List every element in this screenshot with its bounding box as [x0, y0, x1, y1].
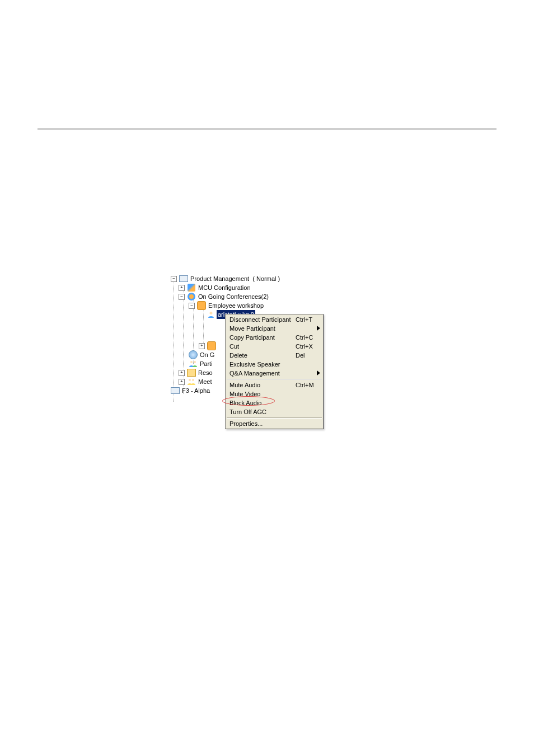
- tree-item-mcu-configuration[interactable]: MCU Configuration: [171, 283, 325, 292]
- svg-point-3: [189, 379, 191, 381]
- tree-label: On G: [200, 350, 214, 359]
- menu-separator: [227, 379, 322, 379]
- monitor-icon: [179, 274, 188, 283]
- menu-label: Q&A Management: [229, 370, 296, 377]
- tree-label: Reso: [198, 368, 213, 377]
- menu-label: Delete: [229, 352, 296, 359]
- gear-icon: [187, 292, 196, 301]
- menu-label: Mute Video: [229, 391, 296, 397]
- tree-label: On Going Conferences(2): [198, 292, 269, 301]
- people-icon: [187, 377, 196, 386]
- menu-label: Properties...: [229, 420, 296, 427]
- menu-item-move-participant[interactable]: Move Participant: [226, 324, 322, 333]
- tree-label: MCU Configuration: [198, 283, 251, 292]
- tree-item-product-management[interactable]: Product Management ( Normal ): [171, 274, 325, 283]
- screenshot-figure: Product Management ( Normal ) MCU Config…: [171, 274, 325, 404]
- svg-point-4: [192, 379, 194, 381]
- collapse-icon[interactable]: [171, 276, 177, 282]
- submenu-arrow-icon: [317, 370, 320, 375]
- menu-label: Cut: [229, 343, 296, 350]
- menu-item-disconnect-participant[interactable]: Disconnect Participant Ctrl+T: [226, 315, 322, 324]
- menu-item-properties[interactable]: Properties...: [226, 419, 322, 428]
- people-icon: [189, 359, 198, 368]
- menu-item-turn-off-agc[interactable]: Turn Off AGC: [226, 407, 322, 416]
- resource-icon: [187, 368, 196, 377]
- menu-shortcut: Ctrl+X: [296, 343, 320, 350]
- menu-shortcut: Ctrl+M: [296, 382, 320, 388]
- svg-point-1: [190, 361, 193, 363]
- menu-label: Copy Participant: [229, 334, 296, 341]
- tree-label: Product Management ( Normal ): [190, 274, 280, 283]
- menu-item-mute-video[interactable]: Mute Video: [226, 389, 322, 398]
- menu-label: Turn Off AGC: [229, 408, 296, 415]
- menu-label: Disconnect Participant: [229, 316, 296, 323]
- menu-item-copy-participant[interactable]: Copy Participant Ctrl+C: [226, 333, 322, 342]
- conference-icon: [207, 341, 216, 350]
- menu-shortcut: Ctrl+C: [296, 334, 320, 341]
- header-divider: [38, 128, 496, 130]
- expand-icon[interactable]: [179, 370, 185, 376]
- expand-icon[interactable]: [179, 285, 185, 291]
- conference-icon: [197, 301, 206, 310]
- menu-item-mute-audio[interactable]: Mute Audio Ctrl+M: [226, 381, 322, 389]
- tree-label: Parti: [200, 359, 213, 368]
- menu-separator: [227, 417, 322, 418]
- tree-item-ongoing-conferences[interactable]: On Going Conferences(2): [171, 292, 325, 301]
- expand-icon[interactable]: [179, 379, 185, 385]
- collapse-icon[interactable]: [179, 294, 185, 300]
- menu-item-qa-management[interactable]: Q&A Management: [226, 369, 322, 378]
- svg-point-0: [210, 312, 213, 314]
- collapse-icon[interactable]: [189, 303, 195, 309]
- svg-point-2: [194, 361, 196, 363]
- menu-label: Move Participant: [229, 325, 296, 332]
- menu-item-cut[interactable]: Cut Ctrl+X: [226, 342, 322, 351]
- menu-shortcut: Ctrl+T: [296, 316, 320, 323]
- menu-item-block-audio[interactable]: Block Audio: [226, 398, 322, 407]
- context-menu: Disconnect Participant Ctrl+T Move Parti…: [225, 314, 324, 429]
- menu-item-delete[interactable]: Delete Del: [226, 351, 322, 360]
- globe-icon: [189, 350, 198, 359]
- menu-label: Block Audio: [229, 400, 296, 406]
- menu-label: Mute Audio: [229, 382, 296, 388]
- tree-item-conference[interactable]: Employee workshop: [171, 301, 325, 310]
- person-icon: [208, 311, 214, 318]
- tree-label: F3 - Alpha: [182, 386, 210, 395]
- expand-icon[interactable]: [199, 343, 205, 349]
- menu-label: Exclusive Speaker: [229, 361, 296, 368]
- menu-shortcut: Del: [296, 352, 320, 359]
- monitor-icon: [171, 386, 180, 395]
- mcu-icon: [187, 283, 196, 292]
- tree-label: Employee workshop: [208, 301, 264, 310]
- submenu-arrow-icon: [317, 326, 320, 331]
- tree-label: Meet: [198, 377, 212, 386]
- menu-item-exclusive-speaker[interactable]: Exclusive Speaker: [226, 360, 322, 369]
